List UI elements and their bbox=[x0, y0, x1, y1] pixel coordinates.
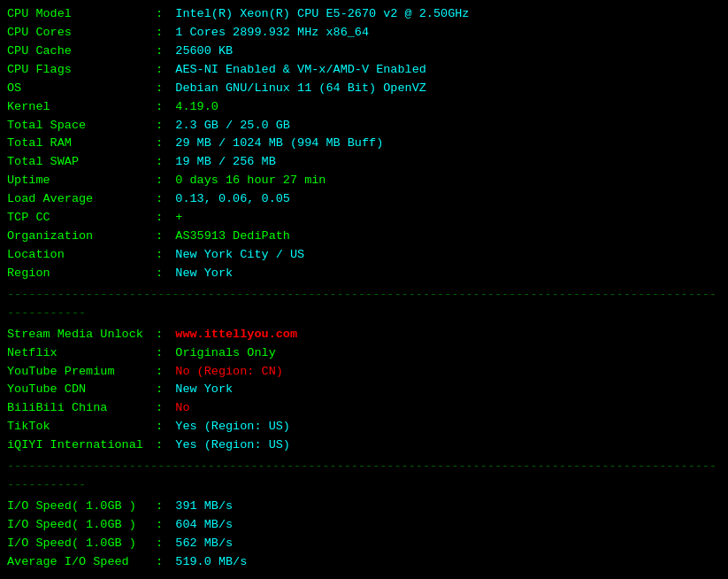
row-colon: : bbox=[149, 381, 170, 399]
row-label: I/O Speed( 1.0GB ) bbox=[7, 498, 149, 516]
table-row: TCP CC : + bbox=[7, 209, 721, 228]
table-row: Average I/O Speed : 519.0 MB/s bbox=[7, 553, 721, 572]
stream-header-colon: : bbox=[149, 326, 170, 344]
table-row: Region : New York bbox=[7, 265, 721, 283]
row-colon: : bbox=[149, 553, 170, 572]
row-colon: : bbox=[149, 498, 170, 516]
row-label: I/O Speed( 1.0GB ) bbox=[7, 535, 149, 553]
row-label: CPU Model bbox=[7, 5, 149, 24]
row-label: TCP CC bbox=[7, 209, 149, 228]
row-colon: : bbox=[149, 265, 170, 283]
row-label: Total Space bbox=[7, 117, 149, 135]
row-value: 0 days 16 hour 27 min bbox=[175, 172, 326, 190]
row-value: 1 Cores 2899.932 MHz x86_64 bbox=[175, 24, 369, 42]
stream-header-row: Stream Media Unlock : www.ittellyou.com bbox=[7, 326, 721, 344]
row-label: iQIYI International bbox=[7, 436, 149, 455]
row-value: New York City / US bbox=[175, 246, 304, 265]
row-value: No bbox=[175, 399, 189, 418]
row-colon: : bbox=[149, 363, 170, 382]
row-value: Originals Only bbox=[175, 344, 275, 363]
row-label: CPU Cores bbox=[7, 24, 149, 42]
row-colon: : bbox=[149, 24, 170, 42]
row-colon: : bbox=[149, 399, 170, 418]
table-row: Kernel : 4.19.0 bbox=[7, 98, 721, 117]
row-value: 391 MB/s bbox=[175, 498, 233, 516]
stream-header-label: Stream Media Unlock bbox=[7, 326, 149, 344]
row-colon: : bbox=[149, 98, 170, 117]
row-value: Yes (Region: US) bbox=[175, 436, 290, 455]
row-value: 19 MB / 256 MB bbox=[175, 153, 275, 172]
row-label: Average I/O Speed bbox=[7, 553, 149, 572]
system-section: CPU Model : Intel(R) Xeon(R) CPU E5-2670… bbox=[7, 5, 721, 283]
row-label: Total SWAP bbox=[7, 153, 149, 172]
row-label: Load Average bbox=[7, 190, 149, 209]
table-row: CPU Cache : 25600 KB bbox=[7, 42, 721, 61]
table-row: YouTube CDN : New York bbox=[7, 381, 721, 399]
row-value: 519.0 MB/s bbox=[175, 553, 247, 572]
row-colon: : bbox=[149, 153, 170, 172]
row-colon: : bbox=[149, 418, 170, 436]
row-colon: : bbox=[149, 344, 170, 363]
io-section: I/O Speed( 1.0GB ) : 391 MB/sI/O Speed( … bbox=[7, 498, 721, 572]
row-value: New York bbox=[175, 265, 233, 283]
table-row: TikTok : Yes (Region: US) bbox=[7, 418, 721, 436]
row-label: TikTok bbox=[7, 418, 149, 436]
row-colon: : bbox=[149, 61, 170, 80]
table-row: Total RAM : 29 MB / 1024 MB (994 MB Buff… bbox=[7, 135, 721, 153]
row-colon: : bbox=[149, 535, 170, 553]
row-colon: : bbox=[149, 436, 170, 455]
row-label: YouTube Premium bbox=[7, 363, 149, 382]
table-row: OS : Debian GNU/Linux 11 (64 Bit) OpenVZ bbox=[7, 80, 721, 98]
row-value: 4.19.0 bbox=[175, 98, 218, 117]
row-value: 2.3 GB / 25.0 GB bbox=[175, 117, 290, 135]
table-row: Organization : AS35913 DediPath bbox=[7, 228, 721, 246]
row-value: Yes (Region: US) bbox=[175, 418, 290, 436]
row-colon: : bbox=[149, 209, 170, 228]
table-row: Uptime : 0 days 16 hour 27 min bbox=[7, 172, 721, 190]
table-row: CPU Cores : 1 Cores 2899.932 MHz x86_64 bbox=[7, 24, 721, 42]
row-colon: : bbox=[149, 80, 170, 98]
row-label: CPU Flags bbox=[7, 61, 149, 80]
row-label: Uptime bbox=[7, 172, 149, 190]
table-row: Load Average : 0.13, 0.06, 0.05 bbox=[7, 190, 721, 209]
table-row: Total SWAP : 19 MB / 256 MB bbox=[7, 153, 721, 172]
row-colon: : bbox=[149, 516, 170, 535]
table-row: iQIYI International : Yes (Region: US) bbox=[7, 436, 721, 455]
row-value: Intel(R) Xeon(R) CPU E5-2670 v2 @ 2.50GH… bbox=[175, 5, 469, 24]
row-value: New York bbox=[175, 381, 233, 399]
divider-1: ----------------------------------------… bbox=[7, 286, 721, 323]
row-value: + bbox=[175, 209, 182, 228]
table-row: CPU Flags : AES-NI Enabled & VM-x/AMD-V … bbox=[7, 61, 721, 80]
row-value: AS35913 DediPath bbox=[175, 228, 290, 246]
row-label: Total RAM bbox=[7, 135, 149, 153]
row-value: 25600 KB bbox=[175, 42, 233, 61]
row-label: Region bbox=[7, 265, 149, 283]
stream-section: Stream Media Unlock : www.ittellyou.comN… bbox=[7, 326, 721, 455]
table-row: I/O Speed( 1.0GB ) : 562 MB/s bbox=[7, 535, 721, 553]
divider-2: ----------------------------------------… bbox=[7, 458, 721, 495]
table-row: Netflix : Originals Only bbox=[7, 344, 721, 363]
row-value: 29 MB / 1024 MB (994 MB Buff) bbox=[175, 135, 383, 153]
stream-website-value: www.ittellyou.com bbox=[175, 326, 297, 344]
row-value: 0.13, 0.06, 0.05 bbox=[175, 190, 290, 209]
row-colon: : bbox=[149, 172, 170, 190]
row-value: No (Region: CN) bbox=[175, 363, 283, 382]
table-row: BiliBili China : No bbox=[7, 399, 721, 418]
row-colon: : bbox=[149, 5, 170, 24]
row-value: 604 MB/s bbox=[175, 516, 233, 535]
row-colon: : bbox=[149, 117, 170, 135]
row-label: Netflix bbox=[7, 344, 149, 363]
row-label: OS bbox=[7, 80, 149, 98]
row-label: CPU Cache bbox=[7, 42, 149, 61]
row-value: Debian GNU/Linux 11 (64 Bit) OpenVZ bbox=[175, 80, 426, 98]
row-colon: : bbox=[149, 42, 170, 61]
table-row: I/O Speed( 1.0GB ) : 391 MB/s bbox=[7, 498, 721, 516]
table-row: Total Space : 2.3 GB / 25.0 GB bbox=[7, 117, 721, 135]
row-label: Kernel bbox=[7, 98, 149, 117]
row-label: Organization bbox=[7, 228, 149, 246]
row-colon: : bbox=[149, 135, 170, 153]
row-label: YouTube CDN bbox=[7, 381, 149, 399]
row-value: AES-NI Enabled & VM-x/AMD-V Enabled bbox=[175, 61, 426, 80]
row-colon: : bbox=[149, 228, 170, 246]
table-row: CPU Model : Intel(R) Xeon(R) CPU E5-2670… bbox=[7, 5, 721, 24]
